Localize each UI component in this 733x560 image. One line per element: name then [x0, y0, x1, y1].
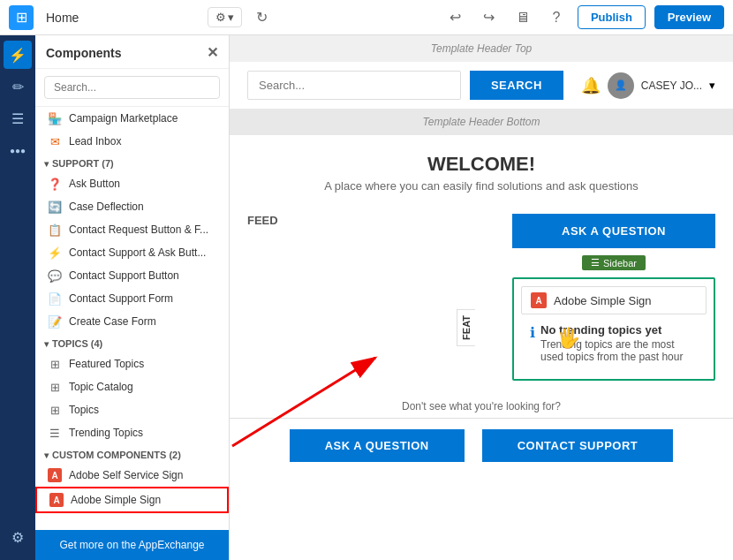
panel-search-area: [35, 69, 229, 107]
footer-label: Get more on the AppExchange: [59, 539, 204, 551]
topbar: ⊞ Home ⚙ ▾ ↻ ↩ ↪ 🖥 ? Publish Preview: [0, 0, 733, 35]
list-item-label: Trending Topics: [69, 427, 143, 439]
list-item-label: Featured Topics: [69, 358, 144, 370]
section-label: SUPPORT (7): [52, 158, 114, 169]
sidebar-section: ASK A QUESTION ☰ Sidebar A Adobe Simple …: [512, 214, 715, 381]
settings-icon: ⚙: [215, 11, 226, 24]
case-deflection-icon: 🔄: [48, 200, 62, 214]
undo-button[interactable]: ↩: [443, 5, 468, 30]
contact-support-btn-icon: 💬: [48, 269, 62, 283]
template-header-bottom: Template Header Bottom: [230, 109, 733, 135]
sidebar-item-menu[interactable]: ☰: [4, 104, 32, 132]
list-item-contact-support-form[interactable]: 📄 Contact Support Form: [35, 287, 229, 310]
list-item-label: Case Deflection: [69, 201, 144, 213]
bottom-ask-button[interactable]: ASK A QUESTION: [290, 429, 465, 462]
list-item-contact-support-btn[interactable]: 💬 Contact Support Button: [35, 264, 229, 287]
welcome-section: WELCOME! A place where you can easily fi…: [230, 135, 733, 200]
list-item-contact-support-ask[interactable]: ⚡ Contact Support & Ask Butt...: [35, 241, 229, 264]
user-chevron[interactable]: ▾: [709, 79, 715, 92]
section-header-custom[interactable]: ▾ CUSTOM COMPONENTS (2): [35, 444, 229, 464]
redo-button[interactable]: ↪: [477, 5, 502, 30]
components-panel: Components ✕ 🏪 Campaign Marketplace ✉ Le…: [35, 35, 230, 560]
featured-topics-icon: ⊞: [48, 357, 62, 371]
list-item-label: Contact Support & Ask Butt...: [69, 246, 206, 259]
dropped-component-area: A Adobe Simple Sign ℹ No trending topics…: [512, 277, 715, 381]
panel-header: Components ✕: [35, 35, 229, 69]
info-icon: ℹ: [530, 324, 535, 341]
list-item-ask-button[interactable]: ❓ Ask Button: [35, 172, 229, 195]
list-item-lead[interactable]: ✉ Lead Inbox: [35, 130, 229, 153]
template-search-button[interactable]: SEARCH: [470, 71, 563, 100]
campaign-icon: 🏪: [48, 111, 62, 125]
welcome-title: WELCOME!: [238, 153, 724, 176]
trending-title: No trending topics yet: [540, 323, 698, 337]
desktop-icon[interactable]: 🖥: [510, 5, 535, 30]
bell-icon[interactable]: 🔔: [581, 76, 601, 95]
template-search-input[interactable]: [247, 71, 461, 100]
list-item-topics[interactable]: ⊞ Topics: [35, 398, 229, 421]
dropped-adobe-simple-sign: A Adobe Simple Sign: [521, 286, 707, 314]
settings-button[interactable]: ⚙ ▾: [208, 7, 242, 27]
avatar: 👤: [608, 72, 634, 99]
adobe-self-service-icon: A: [48, 468, 62, 482]
list-item-adobe-self-service[interactable]: A Adobe Self Service Sign: [35, 464, 229, 487]
canvas-inner: Template Header Top SEARCH 🔔 👤 CASEY JO.…: [230, 35, 733, 560]
sidebar-item-edit[interactable]: ✏: [4, 72, 32, 101]
trending-text: No trending topics yet Trending topics a…: [540, 323, 698, 363]
search-input[interactable]: [44, 76, 220, 99]
feat-tab[interactable]: FEAT: [457, 309, 475, 346]
panel-close-button[interactable]: ✕: [207, 44, 218, 61]
sidebar-item-lightning[interactable]: ⚡: [4, 41, 32, 69]
username-label: CASEY JO...: [641, 79, 702, 92]
template-search-bar: SEARCH 🔔 👤 CASEY JO... ▾: [230, 62, 733, 109]
section-header-support[interactable]: ▾ SUPPORT (7): [35, 153, 229, 172]
trending-section: ℹ No trending topics yet Trending topics…: [521, 314, 707, 372]
ask-button-icon: ❓: [48, 177, 62, 191]
list-item-case-deflection[interactable]: 🔄 Case Deflection: [35, 195, 229, 218]
canvas-area: FEAT Template Header Top SEARCH 🔔 👤 CASE…: [230, 35, 733, 560]
welcome-subtitle: A place where you can easily find soluti…: [238, 179, 724, 193]
panel-footer[interactable]: Get more on the AppExchange: [35, 530, 229, 560]
panel-title: Components: [46, 46, 122, 60]
create-case-icon: 📝: [48, 314, 62, 329]
contact-support-ask-icon: ⚡: [48, 246, 62, 260]
list-item-adobe-simple-sign[interactable]: A Adobe Simple Sign: [35, 487, 229, 513]
sidebar-item-settings[interactable]: ⚙: [4, 523, 32, 551]
icon-sidebar: ⚡ ✏ ☰ ●●● ⚙: [0, 35, 35, 560]
refresh-button[interactable]: ↻: [249, 5, 274, 30]
ask-question-button[interactable]: ASK A QUESTION: [512, 214, 715, 248]
app-grid-icon[interactable]: ⊞: [9, 5, 34, 30]
adobe-sign-icon: A: [531, 292, 547, 308]
lead-icon: ✉: [48, 134, 62, 148]
list-item-topic-catalog[interactable]: ⊞ Topic Catalog: [35, 375, 229, 398]
preview-button[interactable]: Preview: [654, 5, 724, 29]
main-layout: ⚡ ✏ ☰ ●●● ⚙ Components ✕ 🏪 Campaign Mark…: [0, 35, 733, 560]
list-item-label: Adobe Simple Sign: [71, 494, 161, 506]
list-item-contact-request[interactable]: 📋 Contact Request Button & F...: [35, 218, 229, 241]
list-item-label: Topics: [69, 404, 99, 416]
publish-button[interactable]: Publish: [578, 5, 646, 29]
list-item-label: Ask Button: [69, 178, 120, 190]
section-label: TOPICS (4): [52, 338, 102, 349]
list-item-featured-topics[interactable]: ⊞ Featured Topics: [35, 352, 229, 375]
sidebar-item-more[interactable]: ●●●: [4, 136, 32, 164]
list-item-create-case[interactable]: 📝 Create Case Form: [35, 310, 229, 333]
list-item-trending-topics[interactable]: ☰ Trending Topics: [35, 421, 229, 444]
topbar-right: ↩ ↪ 🖥 ? Publish Preview: [443, 5, 724, 30]
section-header-topics[interactable]: ▾ TOPICS (4): [35, 333, 229, 352]
template-main: FEED ASK A QUESTION ☰ Sidebar: [230, 200, 733, 395]
list-item-label: Topic Catalog: [69, 381, 133, 393]
list-item-campaign[interactable]: 🏪 Campaign Marketplace: [35, 107, 229, 130]
contact-support-form-icon: 📄: [48, 291, 62, 306]
list-item-label: Contact Request Button & F...: [69, 223, 208, 236]
topic-catalog-icon: ⊞: [48, 380, 62, 394]
trending-info: ℹ No trending topics yet Trending topics…: [530, 323, 698, 363]
chevron-icon: ▾: [44, 339, 49, 349]
user-area: 🔔 👤 CASEY JO... ▾: [581, 72, 715, 99]
adobe-simple-sign-icon: A: [49, 493, 64, 507]
help-icon[interactable]: ?: [544, 5, 569, 30]
trending-topics-icon: ☰: [48, 426, 62, 440]
list-item-label: Contact Support Form: [69, 292, 173, 305]
bottom-contact-button[interactable]: CONTACT SUPPORT: [482, 429, 674, 462]
feed-section: FEED: [247, 214, 498, 381]
